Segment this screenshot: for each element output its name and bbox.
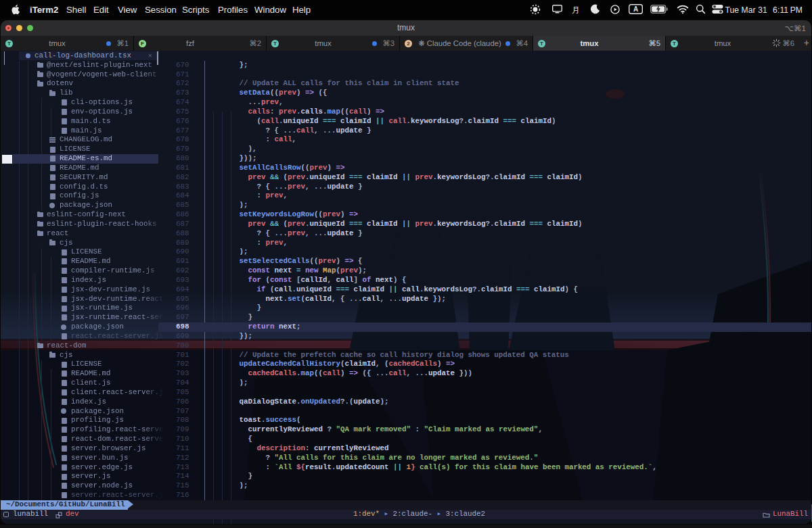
svg-text:A: A	[633, 5, 638, 13]
